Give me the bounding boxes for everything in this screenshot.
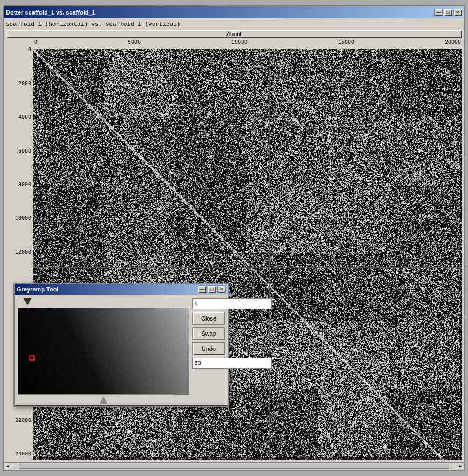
plot-header: scaffold_1 (horizontal) vs. scaffold_1 (…	[6, 21, 462, 29]
about-button[interactable]: About	[6, 30, 462, 38]
main-window: Dotter scaffold_1 vs. scaffold_1 — □ ✕ s…	[3, 5, 465, 471]
scrollbar-track[interactable]	[19, 464, 449, 469]
triangle-down-icon	[23, 298, 32, 305]
maximize-button[interactable]: □	[444, 9, 452, 16]
undo-btn[interactable]: Undo	[192, 342, 225, 355]
greyramp-left-panel	[18, 298, 189, 404]
spinbox-bottom[interactable]: ▲ ▼	[192, 357, 225, 369]
bottom-scrollbar[interactable]: ◀ ▶	[4, 462, 464, 470]
close-btn[interactable]: Close	[192, 312, 225, 325]
greyramp-body: ▲ ▼ Close Swap Undo ▲ ▼	[15, 295, 228, 407]
title-bar-buttons: — □ ✕	[434, 9, 462, 16]
spinbox-bottom-input[interactable]	[192, 358, 271, 369]
spinbox-bottom-up-arrow[interactable]: ▲	[271, 358, 274, 363]
x-axis-label: 10000	[231, 39, 247, 49]
close-button[interactable]: ✕	[453, 9, 462, 16]
y-axis-label: 22000	[6, 418, 33, 424]
spinbox-top-arrows: ▲ ▼	[271, 298, 274, 309]
greyramp-title-bar: Greyramp Tool — □ ✕	[15, 284, 228, 295]
greyramp-maximize-button[interactable]: □	[208, 285, 216, 293]
y-axis-label: 4000	[6, 115, 33, 120]
spinbox-top-input[interactable]	[192, 298, 271, 309]
y-axis-label: 8000	[6, 182, 33, 188]
minimize-button[interactable]: —	[434, 9, 443, 16]
x-axis-label: 15000	[338, 39, 354, 49]
x-axis-label: 20000	[445, 39, 461, 49]
scroll-left-button[interactable]: ◀	[4, 463, 11, 470]
main-content: scaffold_1 (horizontal) vs. scaffold_1 (…	[4, 18, 464, 462]
greyramp-window: Greyramp Tool — □ ✕	[13, 283, 229, 407]
spinbox-bottom-down-arrow[interactable]: ▼	[271, 363, 274, 369]
y-axis-label: 24000	[6, 452, 33, 457]
scroll-right-button[interactable]: ▶	[457, 463, 464, 470]
y-axis-label: 6000	[6, 149, 33, 154]
x-axis: 05000100001500020000	[33, 39, 462, 49]
y-axis-label: 10000	[6, 216, 33, 221]
spinbox-top-down-arrow[interactable]: ▼	[271, 304, 274, 309]
greyramp-title-text: Greyramp Tool	[17, 286, 58, 293]
title-bar: Dotter scaffold_1 vs. scaffold_1 — □ ✕	[4, 6, 464, 18]
greyramp-canvas-wrapper[interactable]	[18, 308, 189, 395]
greyramp-minimize-button[interactable]: —	[198, 285, 207, 293]
y-axis-label: 12000	[6, 250, 33, 255]
spinbox-top-up-arrow[interactable]: ▲	[271, 298, 274, 304]
y-axis-label: 0	[6, 47, 33, 53]
greyramp-title-buttons: — □ ✕	[198, 285, 226, 293]
y-axis-label: 2000	[6, 81, 33, 87]
greyramp-close-button[interactable]: ✕	[217, 285, 226, 293]
x-axis-label: 5000	[128, 39, 141, 49]
greyramp-top-arrow-area	[18, 298, 189, 305]
x-axis-label: 0	[34, 39, 37, 49]
spinbox-bottom-arrows: ▲ ▼	[271, 358, 274, 369]
spinbox-top[interactable]: ▲ ▼	[192, 298, 225, 310]
window-title: Dotter scaffold_1 vs. scaffold_1	[6, 9, 95, 16]
greyramp-bottom-arrow-area	[18, 397, 189, 404]
swap-btn[interactable]: Swap	[192, 327, 225, 340]
triangle-up-icon	[99, 397, 108, 404]
greyramp-canvas[interactable]	[18, 308, 189, 394]
greyramp-right-panel: ▲ ▼ Close Swap Undo ▲ ▼	[192, 298, 225, 404]
